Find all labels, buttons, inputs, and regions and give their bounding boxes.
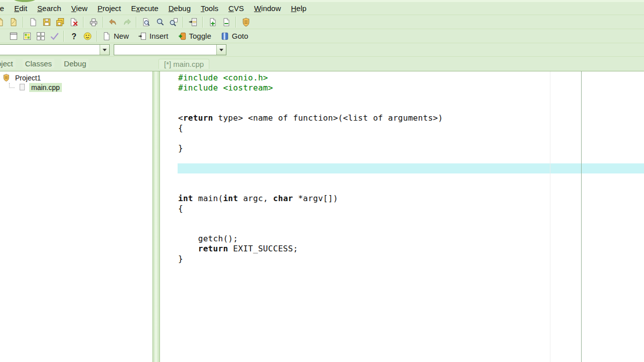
panel-layout-icon[interactable] (0, 30, 7, 42)
toolbar-separator (183, 17, 184, 28)
add-unit-icon[interactable] (206, 16, 219, 28)
floppy-stack-glyph (55, 17, 65, 27)
toggle-bookmark-button[interactable]: Toggle (176, 30, 214, 42)
goto-bookmark-button-label: Goto (232, 32, 249, 40)
code-token: { (178, 123, 183, 133)
redo-icon[interactable] (120, 16, 133, 28)
menu-edit[interactable]: Edit (9, 3, 32, 14)
menu-project[interactable]: Project (93, 3, 126, 14)
chevron-down-icon[interactable] (216, 45, 226, 55)
panel-splitter[interactable] (152, 71, 160, 362)
open-project-icon[interactable] (7, 16, 20, 28)
goto-blue-glyph (220, 31, 230, 41)
project-browser-panel: Project1main.cpp (0, 71, 152, 362)
project-shield-glyph (2, 73, 11, 82)
member-browser-combo[interactable] (114, 44, 226, 55)
code-token: getch(); (178, 234, 238, 243)
remove-unit-icon[interactable] (219, 16, 233, 28)
goto-line-glyph (188, 17, 198, 27)
tile-windows-icon[interactable] (34, 30, 47, 42)
code-line (178, 153, 644, 163)
save-icon[interactable] (40, 16, 53, 28)
main-toolbar (0, 16, 644, 29)
class-browser-combo[interactable] (0, 44, 110, 55)
code-line (178, 224, 644, 234)
about-icon[interactable] (80, 30, 94, 42)
code-token-keyword: return (198, 244, 228, 253)
code-editor[interactable]: #include <conio.h>#include <iostream><re… (160, 71, 644, 362)
code-token-keyword: int (178, 194, 193, 203)
code-token: { (178, 204, 183, 213)
toolbar-separator (63, 31, 64, 42)
window-icon[interactable] (7, 30, 20, 42)
menu-execute[interactable]: Execute (126, 3, 164, 14)
tree-connector (9, 83, 15, 88)
toolbar-separator (97, 31, 98, 42)
code-token: type> <name of function>(<list of argume… (213, 113, 443, 123)
doc-minus-glyph (221, 17, 231, 27)
undo-icon[interactable] (106, 16, 120, 28)
goto-line-icon[interactable] (186, 16, 200, 28)
find-next-glyph (155, 17, 165, 27)
code-line (178, 173, 644, 184)
floppy-glyph (42, 17, 52, 27)
tree-item-main-cpp[interactable]: main.cpp (9, 82, 152, 92)
code-token-keyword: char (273, 194, 293, 203)
find-next-icon[interactable] (153, 16, 167, 28)
print-icon[interactable] (87, 16, 100, 28)
code-token-preprocessor: #include <conio.h> (178, 73, 268, 82)
insert-bookmark-button[interactable]: Insert (136, 30, 172, 42)
code-line (178, 93, 644, 103)
undo-glyph (108, 17, 118, 27)
find-icon[interactable] (139, 16, 153, 28)
menu-view[interactable]: View (66, 3, 93, 14)
goto-bookmark-button[interactable]: Goto (218, 30, 252, 42)
menu-debug[interactable]: Debug (164, 3, 196, 14)
menu-file[interactable]: File (0, 3, 9, 14)
project-options-icon[interactable] (239, 16, 253, 28)
tab-debug[interactable]: Debug (61, 59, 89, 68)
insert-doc-glyph (137, 31, 147, 41)
question-glyph: ? (69, 31, 79, 41)
menu-tools[interactable]: Tools (196, 3, 223, 14)
menu-window[interactable]: Window (249, 3, 286, 14)
editor-guide-line (550, 71, 550, 362)
menu-search[interactable]: Search (32, 3, 66, 14)
doc-yellow-glyph (0, 17, 5, 27)
tab-classes[interactable]: Classes (23, 59, 54, 68)
redo-glyph (122, 17, 132, 27)
doc-close-glyph (69, 17, 79, 27)
class-browser-combo-value[interactable] (0, 45, 100, 55)
insert-bookmark-button-label: Insert (149, 32, 169, 40)
save-all-icon[interactable] (53, 16, 67, 28)
window-glyph (9, 31, 19, 41)
code-token-keyword: return (183, 113, 213, 123)
close-file-icon[interactable] (67, 16, 80, 28)
code-line: getch(); (178, 234, 644, 244)
tab-main-cpp[interactable]: [*] main.cpp (158, 59, 209, 69)
help-icon[interactable]: ? (67, 30, 80, 42)
new-bookmark-button[interactable]: New (100, 30, 132, 42)
tab-project[interactable]: Project (0, 59, 16, 68)
chevron-down-icon[interactable] (100, 45, 109, 55)
menu-bar: FileEditSearchViewProjectExecuteDebugToo… (0, 2, 644, 15)
cascade-windows-icon[interactable] (20, 30, 34, 42)
tab-strip: ProjectClassesDebug [*] main.cpp (0, 57, 644, 71)
tree-item-project1[interactable]: Project1 (0, 73, 152, 82)
member-browser-combo-value[interactable] (114, 45, 216, 55)
menu-cvs[interactable]: CVS (223, 3, 249, 14)
new-source-icon[interactable] (0, 16, 7, 28)
new-file-icon[interactable] (26, 16, 40, 28)
doc-white-glyph (102, 31, 112, 41)
apply-icon[interactable] (47, 30, 61, 42)
source-file-icon (18, 83, 27, 92)
tree-item-label: Project1 (13, 73, 43, 82)
menu-help[interactable]: Help (286, 3, 311, 14)
project-tree: Project1main.cpp (0, 71, 152, 92)
replace-icon[interactable] (167, 16, 180, 28)
code-line (178, 133, 644, 143)
code-line (178, 214, 644, 224)
code-token (178, 244, 198, 253)
toolbar-separator (136, 17, 137, 28)
code-token: main( (193, 194, 223, 203)
